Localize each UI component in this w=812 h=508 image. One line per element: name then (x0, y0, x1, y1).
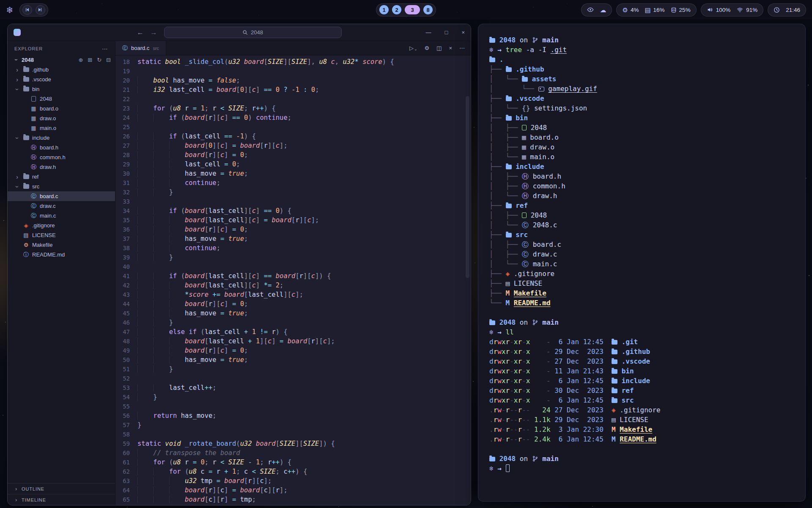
code-line[interactable]: 56 return has_move; (115, 411, 471, 420)
workspace-button-8[interactable]: 8 (423, 5, 433, 14)
code-line[interactable]: 61 for (u8 r = 0; r < SIZE - 1; r++) { (115, 458, 471, 467)
code-line[interactable]: 20 bool has_move = false; (115, 76, 471, 85)
nav-forward-icon[interactable]: → (151, 29, 157, 36)
code-line[interactable]: 35 board[last_cell][c] = board[r][c]; (115, 215, 471, 225)
code-line[interactable]: 51 } (115, 364, 471, 374)
clock-widget[interactable]: 21:46 (768, 3, 806, 17)
explorer-item-common.h[interactable]: ›Ⓗcommon.h (8, 152, 115, 162)
explorer-item-draw.c[interactable]: ›Ⓒdraw.c (8, 201, 115, 211)
close-button[interactable]: × (461, 29, 465, 36)
code-line[interactable]: 53 last_cell++; (115, 383, 471, 392)
code-line[interactable]: 45 has_move = true; (115, 309, 471, 318)
code-line[interactable]: 38 continue; (115, 243, 471, 253)
code-line[interactable]: 25 (115, 122, 471, 132)
explorer-item-include[interactable]: ›include (8, 133, 115, 143)
explorer-item-.github[interactable]: ›.github (8, 65, 115, 75)
code-line[interactable]: 32 } (115, 188, 471, 197)
code-line[interactable]: 21 i32 last_cell = board[0][c] == 0 ? -1… (115, 85, 471, 94)
code-line[interactable]: 39 } (115, 253, 471, 262)
code-line[interactable]: 40 (115, 262, 471, 271)
code-line[interactable]: 34 if (board[last_cell][c] == 0) { (115, 206, 471, 215)
explorer-item-README.md[interactable]: ›ⓘREADME.md (8, 250, 115, 260)
explorer-item-2048[interactable]: ›2048 (8, 94, 115, 104)
code-line[interactable]: 62 for (u8 c = r + 1; c < SIZE; c++) { (115, 467, 471, 476)
app-logo-icon[interactable] (14, 29, 21, 36)
code-line[interactable]: 47 else if (last_cell + 1 != r) { (115, 327, 471, 337)
volume-stat[interactable]: 100% (707, 6, 731, 13)
explorer-item-main.o[interactable]: ›▦main.o (8, 123, 115, 133)
settings-icon[interactable]: ⚙ (424, 45, 429, 51)
minimize-button[interactable]: — (426, 29, 431, 36)
code-line[interactable]: 19 (115, 66, 471, 76)
explorer-item-.vscode[interactable]: ›.vscode (8, 75, 115, 84)
idle-weather-widget[interactable]: ☁ (581, 3, 612, 17)
explorer-item-src[interactable]: ›src (8, 182, 115, 191)
eye-icon[interactable] (587, 6, 594, 13)
code-line[interactable]: 63 u32 tmp = board[r][c]; (115, 476, 471, 486)
code-line[interactable]: 29 last_cell = 0; (115, 160, 471, 169)
refresh-button[interactable]: ↻ (97, 57, 102, 63)
timeline-section[interactable]: › TIMELINE (8, 494, 115, 505)
code-line[interactable]: 41 if (board[last_cell][c] == board[r][c… (115, 271, 471, 281)
explorer-item-Makefile[interactable]: ›⚙Makefile (8, 240, 115, 250)
code-line[interactable]: 46 } (115, 318, 471, 327)
code-line[interactable]: 33 (115, 197, 471, 206)
split-editor-button[interactable]: ◫ (436, 45, 442, 51)
explorer-more-icon[interactable]: ⋯ (102, 45, 108, 52)
code-line[interactable]: 44 board[r][c] = 0; (115, 299, 471, 309)
code-line[interactable]: 27 board[0][c] = board[r][c]; (115, 141, 471, 150)
code-line[interactable]: 64 board[r][c] = board[c][r]; (115, 486, 471, 495)
explorer-item-board.c[interactable]: ›Ⓒboard.c (8, 191, 115, 201)
close-editor-button[interactable]: × (449, 45, 452, 51)
skip-forward-button[interactable] (36, 5, 45, 15)
new-file-button[interactable]: ⊕ (78, 57, 83, 63)
new-folder-button[interactable]: ⊞ (88, 57, 92, 63)
workspace-button-1[interactable]: 1 (379, 5, 389, 14)
code-area[interactable]: 18static bool _slide_col(u32 board[SIZE]… (115, 55, 471, 505)
editor-scrollbar[interactable] (466, 96, 469, 278)
code-line[interactable]: 54 } (115, 392, 471, 402)
code-line[interactable]: 55 (115, 402, 471, 411)
code-line[interactable]: 57} (115, 420, 471, 430)
code-line[interactable]: 18static bool _slide_col(u32 board[SIZE]… (115, 57, 471, 66)
code-line[interactable]: 59static void _rotate_board(u32 board[SI… (115, 439, 471, 448)
nixos-logo-icon[interactable]: ❄ (6, 6, 14, 14)
code-line[interactable]: 36 board[r][c] = 0; (115, 225, 471, 234)
code-line[interactable]: 26 if (last_cell == -1) { (115, 132, 471, 141)
explorer-item-ref[interactable]: ›ref (8, 172, 115, 182)
workspace-button-3[interactable]: 3 (405, 5, 420, 14)
run-button[interactable]: ▷ ⌄ (409, 45, 417, 51)
editor-titlebar[interactable]: ← → 2048 — □ × (8, 24, 471, 41)
code-line[interactable]: 30 has_move = true; (115, 169, 471, 178)
explorer-item-board.h[interactable]: ›Ⓗboard.h (8, 143, 115, 152)
explorer-item-bin[interactable]: ›bin (8, 84, 115, 94)
tab-board-c[interactable]: Ⓒ board.c src (115, 41, 166, 55)
code-line[interactable]: 31 continue; (115, 178, 471, 188)
code-line[interactable]: 60 // transpose the board (115, 448, 471, 458)
more-actions-button[interactable]: ⋯ (459, 45, 465, 51)
wifi-stat[interactable]: 91% (736, 7, 757, 13)
code-line[interactable]: 28 board[r][c] = 0; (115, 150, 471, 160)
code-line[interactable]: 52 (115, 374, 471, 383)
explorer-root-folder[interactable]: › 2048 ⊕ ⊞ ↻ ⊟ (8, 55, 115, 65)
code-line[interactable]: 24 if (board[r][c] == 0) continue; (115, 113, 471, 122)
skip-back-button[interactable] (22, 5, 32, 15)
explorer-item-board.o[interactable]: ›▦board.o (8, 104, 115, 113)
maximize-button[interactable]: □ (445, 29, 448, 36)
workspace-button-2[interactable]: 2 (392, 5, 401, 14)
terminal-window[interactable]: 2048 on main❄ → tree -a -I .git .├── .gi… (478, 24, 806, 502)
audio-network-widget[interactable]: 100% 91% (701, 3, 764, 17)
command-center-search[interactable]: 2048 (164, 27, 342, 38)
explorer-item-.gitignore[interactable]: ›◈.gitignore (8, 221, 115, 230)
code-line[interactable]: 22 (115, 94, 471, 104)
code-line[interactable]: 42 board[last_cell][c] *= 2; (115, 281, 471, 290)
code-line[interactable]: 50 has_move = true; (115, 355, 471, 364)
code-line[interactable]: 23 for (u8 r = 1; r < SIZE; r++) { (115, 104, 471, 113)
outline-section[interactable]: › OUTLINE (8, 483, 115, 494)
code-line[interactable]: 65 board[c][r] = tmp; (115, 495, 471, 504)
explorer-item-draw.h[interactable]: ›Ⓗdraw.h (8, 162, 115, 172)
code-line[interactable]: 49 board[r][c] = 0; (115, 346, 471, 355)
code-line[interactable]: 48 board[last_cell + 1][c] = board[r][c]… (115, 337, 471, 346)
explorer-item-LICENSE[interactable]: ›▤LICENSE (8, 230, 115, 240)
collapse-all-button[interactable]: ⊟ (106, 57, 111, 63)
